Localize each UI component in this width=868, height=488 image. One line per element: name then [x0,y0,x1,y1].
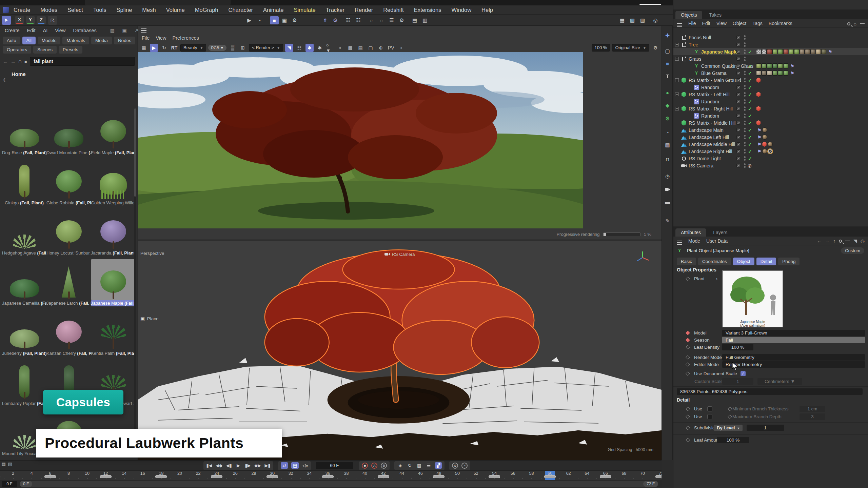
asset-tile[interactable]: Lombardy Poplar (Fall... [2,359,46,409]
object-row-landscape-right-hill[interactable]: Landscape Right Hill [673,148,868,155]
object-row-rs-camera[interactable]: RS Camera [673,162,868,169]
pen-tool-icon[interactable]: ✎ [663,217,672,225]
render-in-picture-viewer-button[interactable]: ◔ [255,16,264,24]
record-parameter-toggle[interactable]: ☰ [426,463,432,468]
snapshot-compare-icon[interactable]: ✱ [305,44,314,52]
layer-toggle[interactable] [736,164,740,167]
layer-toggle[interactable] [736,57,740,61]
menu-window[interactable]: Window [451,7,471,13]
object-row-random[interactable]: Random [673,84,868,91]
menu-help[interactable]: Help [481,7,493,13]
filter-tab-media[interactable]: Media [91,37,112,44]
menu-extensions[interactable]: Extensions [414,7,441,13]
enabled-check-icon[interactable] [748,113,752,119]
param-diamond[interactable] [686,277,690,281]
render-view-menu-icon[interactable] [141,28,146,29]
visibility-dots[interactable] [744,57,746,61]
layout-monitor-a-button[interactable]: ▦ [618,16,627,24]
material-tags[interactable] [756,49,826,54]
visibility-dots[interactable] [744,92,746,97]
enabled-check-icon[interactable] [748,85,752,90]
param-diamond-animated[interactable] [686,331,690,335]
collapse-toggle[interactable]: ‒ [675,57,679,61]
measure-tool-icon[interactable]: ◔ [663,128,672,137]
filter-tab-all[interactable]: All [22,37,36,44]
range-left-handle[interactable]: 0 F [20,481,32,487]
object-row-random[interactable]: Random [673,112,868,119]
redshift-tag-icon[interactable] [756,92,761,97]
asset-tile[interactable]: Japanese Larch (Fall, Pl... [46,259,91,309]
layer-toggle[interactable] [736,121,740,125]
render-mode-select[interactable]: Full Geometry [722,354,865,361]
om-search-icon[interactable] [847,22,850,25]
tab-attributes[interactable]: Attributes [675,228,706,237]
flag-tag-icon[interactable] [757,135,762,140]
enabled-check-icon[interactable] [748,106,752,111]
rv-menu-preferences[interactable]: Preferences [173,35,199,41]
record-rotation-toggle[interactable]: ↻ [407,463,413,468]
object-row-japanese-maple[interactable]: Japanese Maple [673,48,868,55]
axis-gizmo[interactable] [635,250,650,266]
asset-tile[interactable]: Dwarf Mountain Pine (... [46,108,91,159]
place-tool-label[interactable]: ▣Place [140,316,159,321]
filter-tab-presets[interactable]: Presets [59,46,82,54]
grid-overlay-icon[interactable]: ☷ [295,44,303,52]
om-menu-edit[interactable]: Edit [702,21,710,26]
tab-takes[interactable]: Takes [704,11,727,19]
time-tool-icon[interactable]: ◷ [663,172,672,180]
material-tag[interactable] [762,127,767,133]
custom-preset-button[interactable]: Custom [841,247,864,254]
visibility-dots[interactable] [744,85,746,89]
enabled-check-icon[interactable] [748,63,752,69]
timeline-ruler[interactable]: 2468101214161820222426283032343638404244… [0,470,662,480]
lock-view-icon[interactable]: ◥ [285,44,293,52]
keyframe-settings-button[interactable]: ⚙ [381,463,387,469]
asset-tile[interactable]: Globe Robinia (Fall, Pl... [46,159,91,209]
material-tags[interactable] [756,63,788,68]
flag-tag-icon[interactable] [757,127,762,133]
sound-toggle-button[interactable]: ◁» [302,463,308,468]
object-row-grass[interactable]: ‒Grass [673,55,868,62]
asset-menu-view[interactable]: View [55,28,65,35]
visibility-dots[interactable] [744,149,746,154]
menu-render[interactable]: Render [355,7,373,13]
object-row-landscape-left-hill[interactable]: Landscape Left Hill [673,134,868,141]
focus-icon[interactable]: ⌖ [336,44,344,52]
om-home-icon[interactable]: ⌂ [854,21,856,26]
menu-tracker[interactable]: Tracker [326,7,344,13]
visibility-dots[interactable] [744,142,746,146]
enabled-check-icon[interactable] [748,99,752,104]
visibility-dots[interactable] [744,156,746,161]
joint-tool-icon[interactable]: ● [663,88,672,97]
model-select[interactable]: Variant 3 Full-Grown [722,330,865,336]
object-row-focus-null[interactable]: Focus Null [673,34,868,41]
timeline-mini-icon-b[interactable]: ▧ [8,461,12,467]
object-row-rs-matrix-right-hill[interactable]: ‒RS Matrix - Right Hill [673,105,868,112]
render-slot-select[interactable]: < Render >▼ [249,44,283,52]
flag-tag-icon[interactable] [757,149,762,154]
document-tab[interactable] [85,0,231,5]
add-image-icon[interactable]: ⊕ [377,44,385,52]
collapse-section-icon[interactable]: ❮ [3,77,6,82]
menu-animate[interactable]: Animate [263,7,284,13]
record-keyframe-button[interactable]: ◆ [362,463,368,469]
panels-tool-icon[interactable]: ▩ [663,141,672,149]
visibility-dots[interactable] [744,114,746,118]
render-pass-select[interactable]: Beauty▼ [180,44,206,52]
material-tags[interactable] [756,70,788,76]
layer-toggle[interactable] [736,50,740,54]
prev-frame-button[interactable]: ◀▮ [226,463,232,468]
menu-tools[interactable]: Tools [93,7,106,13]
enabled-check-icon[interactable] [748,127,752,133]
x-axis-lock-button[interactable]: X [15,16,24,24]
pv-icon[interactable]: PV [387,44,395,52]
menu-simulate[interactable]: Simulate [294,7,316,13]
tab-objects[interactable]: Objects [675,11,702,19]
layer-toggle[interactable] [736,149,740,153]
size-mode-select[interactable]: Original Size▼ [612,44,649,52]
cloth-tool-icon[interactable]: ◆ [663,101,672,109]
nav-forward-icon[interactable]: → [11,59,16,64]
frame-tool-icon[interactable]: ▢ [663,47,672,55]
settings-gear-button[interactable]: ⚙ [397,16,406,24]
camera-label[interactable]: RS Camera [384,251,415,257]
